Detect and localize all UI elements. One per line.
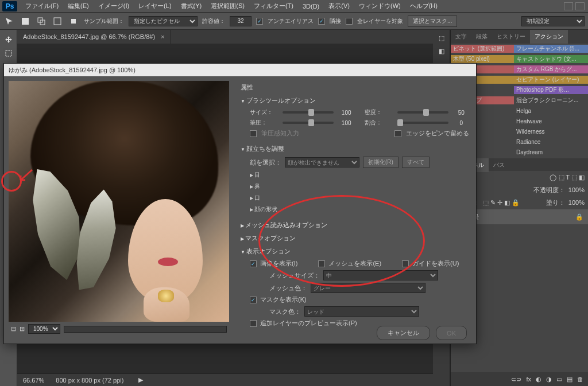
- pin-edges-checkbox[interactable]: [394, 130, 401, 137]
- slider[interactable]: [283, 111, 334, 114]
- mask-color-select[interactable]: レッド: [304, 306, 419, 317]
- zoom-out-icon[interactable]: ⊟: [11, 325, 16, 333]
- add-layer-preview-checkbox[interactable]: [250, 320, 257, 327]
- sample-select[interactable]: 指定したピクセル: [129, 16, 198, 26]
- show-mask-checkbox[interactable]: ✓: [250, 297, 257, 303]
- menu-help[interactable]: ヘルプ(H): [405, 2, 442, 10]
- dialog-preview[interactable]: [9, 81, 229, 322]
- tab-character[interactable]: 文字: [451, 30, 471, 44]
- face-section-header[interactable]: 顔立ちを調整: [241, 142, 469, 155]
- document-tab[interactable]: AdobeStock_81592447.jpg @ 66.7% (RGB/8#)…: [17, 30, 171, 44]
- mask-color-label: マスク色：: [269, 307, 301, 316]
- fill-label: 塗り：: [546, 198, 565, 207]
- menu-3d[interactable]: 3D(D): [298, 3, 324, 10]
- svg-rect-4: [71, 19, 76, 24]
- ok-button[interactable]: OK: [436, 326, 467, 340]
- fill-value[interactable]: 100%: [568, 199, 585, 206]
- slider[interactable]: [283, 122, 334, 124]
- window-maximize[interactable]: [575, 2, 585, 10]
- tab-history[interactable]: ヒストリー: [492, 30, 530, 44]
- cancel-button[interactable]: キャンセル: [377, 326, 430, 340]
- mesh-load-header[interactable]: メッシュ読み込みオプション: [241, 219, 469, 232]
- face-nose[interactable]: 鼻: [241, 181, 469, 192]
- properties-title: 属性: [241, 83, 469, 92]
- marquee-tool-icon[interactable]: [1, 47, 16, 60]
- pen-pressure-checkbox[interactable]: [250, 130, 257, 137]
- show-image-checkbox[interactable]: ✓: [250, 260, 257, 267]
- all-button[interactable]: すべて: [402, 157, 430, 168]
- face-select-label: 顔を選択：: [250, 158, 281, 167]
- horizontal-scrollbar[interactable]: [64, 326, 227, 333]
- slider-row: 筆圧：100 割合：0: [241, 118, 469, 128]
- selection-new-icon[interactable]: [20, 15, 31, 27]
- menu-window[interactable]: ウィンドウ(W): [354, 2, 405, 10]
- close-tab-icon[interactable]: ×: [161, 33, 164, 40]
- all-layers-checkbox[interactable]: [346, 18, 353, 25]
- action-row[interactable]: ビネット (選択範囲)フレームチャンネル (5...: [451, 44, 588, 54]
- show-guide-label: ガイドを表示(U): [412, 259, 459, 268]
- mask-icon[interactable]: ◐: [536, 376, 541, 383]
- zoom-select[interactable]: 100%: [28, 324, 60, 334]
- menu-filter[interactable]: フィルター(T): [249, 2, 298, 10]
- menu-edit[interactable]: 編集(E): [63, 2, 94, 10]
- group-icon[interactable]: ▭: [556, 376, 562, 383]
- face-mouth[interactable]: 口: [241, 192, 469, 204]
- fx-icon[interactable]: fx: [526, 376, 531, 383]
- menu-file[interactable]: ファイル(F): [21, 2, 63, 10]
- trash-icon[interactable]: 🗑: [577, 376, 583, 383]
- face-select[interactable]: 顔が検出できません: [285, 157, 359, 167]
- tab-paths[interactable]: パス: [489, 158, 509, 172]
- menu-type[interactable]: 書式(Y): [176, 2, 207, 10]
- menu-image[interactable]: イメージ(I): [94, 2, 134, 10]
- link-layers-icon[interactable]: ⊂⊃: [511, 376, 521, 383]
- view-opt-header[interactable]: 表示オプション: [241, 245, 469, 258]
- menu-select[interactable]: 選択範囲(S): [206, 2, 249, 10]
- menu-bar: Ps ファイル(F) 編集(E) イメージ(I) レイヤー(L) 書式(Y) 選…: [0, 0, 588, 13]
- menu-layer[interactable]: レイヤー(L): [134, 2, 176, 10]
- antialias-label: アンチエイリアス: [268, 17, 314, 25]
- show-mesh-checkbox[interactable]: [318, 260, 325, 267]
- svg-rect-0: [22, 18, 29, 25]
- mesh-size-select[interactable]: 中: [323, 270, 438, 280]
- slider[interactable]: [397, 122, 449, 124]
- contiguous-label: 隣接: [330, 17, 341, 25]
- tolerance-input[interactable]: [230, 16, 252, 26]
- lock-icons[interactable]: ⬚ ✎ ✛ ◧ 🔒: [483, 199, 520, 206]
- brush-section-header[interactable]: ブラシツールオプション: [241, 94, 469, 107]
- opacity-label: 不透明度：: [533, 186, 565, 194]
- show-mesh-label: メッシュを表示(E): [328, 259, 381, 268]
- move-tool-icon[interactable]: [1, 33, 16, 46]
- menu-view[interactable]: 表示(V): [324, 2, 354, 10]
- antialias-checkbox[interactable]: ✓: [256, 18, 263, 25]
- mask-opt-header[interactable]: マスクオプション: [241, 232, 469, 245]
- new-layer-icon[interactable]: ▤: [567, 376, 572, 383]
- mesh-color-label: メッシュ色：: [269, 284, 307, 293]
- options-bar: サンプル範囲： 指定したピクセル 許容値： ✓ アンチエイリアス ✓ 隣接 全レ…: [0, 13, 588, 30]
- selection-add-icon[interactable]: [36, 15, 47, 27]
- show-guide-checkbox[interactable]: [402, 260, 409, 267]
- select-mask-button[interactable]: 選択とマスク...: [408, 15, 457, 27]
- adjustment-icon[interactable]: ◑: [546, 376, 552, 383]
- status-bar: 66.67% 800 px x 800 px (72 ppi) ▶: [17, 373, 433, 386]
- zoom-in-icon[interactable]: ⊞: [20, 325, 25, 333]
- panel-icon-2[interactable]: ◧: [439, 48, 444, 55]
- selection-sub-icon[interactable]: [52, 15, 63, 27]
- reset-button[interactable]: 初期化(R): [363, 157, 399, 168]
- svg-rect-3: [54, 18, 61, 25]
- workspace-preset-select[interactable]: 初期設定: [521, 16, 585, 26]
- tab-paragraph[interactable]: 段落: [471, 30, 492, 44]
- panel-icon-1[interactable]: ⬚: [439, 34, 444, 42]
- contiguous-checkbox[interactable]: ✓: [318, 18, 325, 25]
- face-eyes[interactable]: 目: [241, 169, 469, 181]
- opacity-value[interactable]: 100%: [568, 186, 585, 193]
- face-shape[interactable]: 顔の形状: [241, 204, 469, 215]
- liquify-dialog: ゆがみ (AdobeStock_81592447.jpg @ 100%) ⊟ ⊞…: [3, 63, 477, 344]
- dialog-properties: 属性 ブラシツールオプション サイズ：100 密度：50筆圧：100 割合：0 …: [234, 76, 476, 344]
- selection-intersect-icon[interactable]: [68, 15, 79, 27]
- current-tool-icon[interactable]: [3, 15, 15, 27]
- mesh-color-select[interactable]: グレー: [311, 283, 425, 293]
- window-minimize[interactable]: [564, 2, 573, 10]
- lock-icon[interactable]: 🔒: [575, 213, 583, 221]
- tab-actions[interactable]: アクション: [530, 30, 568, 44]
- slider[interactable]: [397, 111, 449, 114]
